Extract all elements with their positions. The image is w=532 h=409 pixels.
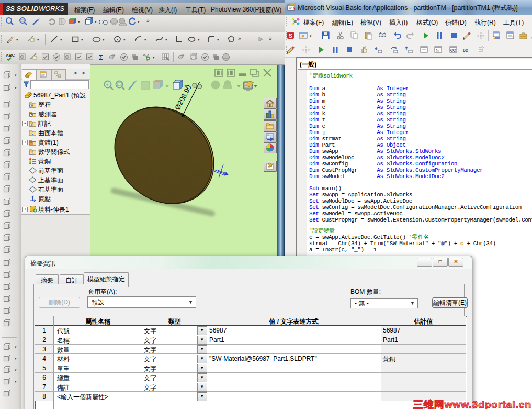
svg-text:Σ: Σ xyxy=(99,53,103,61)
svg-text:S: S xyxy=(289,33,292,39)
svg-text:+: + xyxy=(106,82,109,87)
svg-text:ABC: ABC xyxy=(6,53,15,58)
svg-text:Σ: Σ xyxy=(30,151,32,155)
svg-text:6ο: 6ο xyxy=(463,48,468,53)
svg-text:A: A xyxy=(30,124,33,127)
